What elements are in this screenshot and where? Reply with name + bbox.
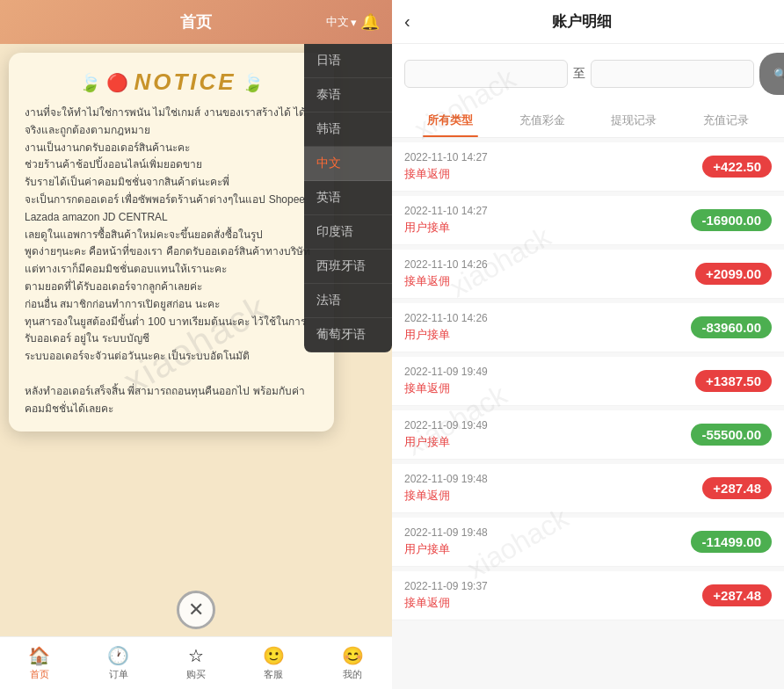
tx-left: 2022-11-09 19:48 接单返佣 bbox=[404, 473, 488, 504]
tx-type: 接单返佣 bbox=[404, 595, 488, 611]
transaction-row: 2022-11-10 14:26 用户接单 -83960.00 bbox=[392, 303, 784, 352]
lang-item-chinese[interactable]: 中文 bbox=[304, 147, 392, 181]
tx-amount: +422.50 bbox=[702, 156, 772, 178]
back-button[interactable]: ‹ bbox=[404, 11, 410, 32]
transaction-row: 2022-11-09 19:37 接单返佣 +287.48 bbox=[392, 571, 784, 620]
lang-arrow: ▾ bbox=[351, 16, 357, 29]
close-button[interactable]: ✕ bbox=[177, 591, 215, 629]
home-title: 首页 bbox=[180, 11, 212, 33]
notice-header: 🍃 🔴 NOTICE 🍃 bbox=[25, 69, 318, 96]
nav-home[interactable]: 🏠 首页 bbox=[28, 645, 50, 681]
service-nav-icon: 🙂 bbox=[263, 645, 285, 666]
nav-orders-label: 订单 bbox=[109, 668, 128, 681]
tab-recharge-bonus[interactable]: 充值彩金 bbox=[497, 104, 589, 137]
date-to-input[interactable] bbox=[591, 60, 754, 88]
tx-left: 2022-11-10 14:27 接单返佣 bbox=[404, 151, 488, 182]
lang-item-korean[interactable]: 韩语 bbox=[304, 112, 392, 147]
tx-left: 2022-11-10 14:27 用户接单 bbox=[404, 205, 488, 236]
tx-amount: +1387.50 bbox=[695, 370, 772, 392]
lang-item-thai[interactable]: 泰语 bbox=[304, 78, 392, 112]
left-panel: 首页 中文 ▾ 🔔 日语 泰语 韩语 中文 英语 印度语 西班牙语 法语 葡萄牙… bbox=[0, 0, 392, 689]
nav-profile[interactable]: 😊 我的 bbox=[342, 645, 364, 681]
transaction-list: 2022-11-10 14:27 接单返佣 +422.50 2022-11-10… bbox=[392, 138, 784, 689]
profile-nav-icon: 😊 bbox=[342, 645, 364, 666]
close-icon: ✕ bbox=[188, 598, 204, 621]
tx-type: 接单返佣 bbox=[404, 166, 488, 182]
notice-body: งานที่จะให้ทำไม่ใช่การพนัน ไม่ใช่เกมส์ ง… bbox=[25, 105, 318, 417]
tx-left: 2022-11-09 19:49 用户接单 bbox=[404, 419, 488, 450]
tx-amount: -11499.00 bbox=[691, 531, 772, 553]
transaction-row: 2022-11-09 19:48 接单返佣 +287.48 bbox=[392, 464, 784, 513]
lang-item-spanish[interactable]: 西班牙语 bbox=[304, 250, 392, 284]
bell-icon[interactable]: 🔔 bbox=[360, 12, 380, 32]
account-detail-title: 账户明细 bbox=[417, 11, 747, 32]
nav-service[interactable]: 🙂 客服 bbox=[263, 645, 285, 681]
tx-left: 2022-11-09 19:37 接单返佣 bbox=[404, 580, 488, 611]
tx-amount: -55500.00 bbox=[691, 424, 772, 446]
search-icon: 🔍 bbox=[773, 68, 784, 81]
tx-datetime: 2022-11-10 14:26 bbox=[404, 258, 488, 271]
nav-buy[interactable]: ☆ 购买 bbox=[186, 645, 206, 681]
tx-datetime: 2022-11-09 19:37 bbox=[404, 580, 488, 592]
lang-selector[interactable]: 中文 ▾ bbox=[326, 14, 357, 30]
search-button[interactable]: 🔍 搜索 bbox=[759, 53, 784, 95]
notice-card: 🍃 🔴 NOTICE 🍃 งานที่จะให้ทำไม่ใช่การพนัน … bbox=[9, 53, 334, 432]
transaction-row: 2022-11-10 14:27 用户接单 -16900.00 bbox=[392, 196, 784, 245]
notice-title: NOTICE bbox=[134, 69, 236, 96]
date-separator: 至 bbox=[573, 66, 585, 82]
tx-type: 接单返佣 bbox=[404, 273, 488, 289]
right-header: ‹ 账户明细 bbox=[392, 0, 784, 44]
tx-type: 用户接单 bbox=[404, 434, 488, 450]
nav-buy-label: 购买 bbox=[186, 668, 206, 681]
lang-item-hindi[interactable]: 印度语 bbox=[304, 215, 392, 250]
tx-datetime: 2022-11-10 14:26 bbox=[404, 312, 488, 324]
dot-left-icon: 🔴 bbox=[106, 72, 128, 93]
tab-withdraw[interactable]: 提现记录 bbox=[588, 104, 680, 137]
lang-item-portuguese[interactable]: 葡萄牙语 bbox=[304, 318, 392, 352]
tx-amount: +287.48 bbox=[702, 584, 772, 606]
nav-service-label: 客服 bbox=[264, 668, 283, 681]
tx-left: 2022-11-09 19:48 用户接单 bbox=[404, 526, 488, 557]
bottom-nav: 🏠 首页 🕐 订单 ☆ 购买 🙂 客服 😊 我的 bbox=[0, 636, 392, 689]
tabs: 所有类型 充值彩金 提现记录 充值记录 bbox=[392, 104, 784, 138]
tab-all-types[interactable]: 所有类型 bbox=[404, 104, 497, 137]
transaction-row: 2022-11-09 19:48 用户接单 -11499.00 bbox=[392, 518, 784, 567]
date-filter: 至 🔍 搜索 bbox=[392, 44, 784, 104]
nav-profile-label: 我的 bbox=[343, 668, 362, 681]
left-header: 首页 中文 ▾ 🔔 bbox=[0, 0, 392, 44]
lang-dropdown: 日语 泰语 韩语 中文 英语 印度语 西班牙语 法语 葡萄牙语 bbox=[304, 44, 392, 352]
transaction-row: 2022-11-10 14:27 接单返佣 +422.50 bbox=[392, 142, 784, 192]
buy-nav-icon: ☆ bbox=[188, 645, 204, 666]
tx-datetime: 2022-11-09 19:49 bbox=[404, 419, 488, 432]
tx-left: 2022-11-10 14:26 用户接单 bbox=[404, 312, 488, 343]
transaction-row: 2022-11-09 19:49 接单返佣 +1387.50 bbox=[392, 357, 784, 406]
orders-nav-icon: 🕐 bbox=[107, 645, 129, 666]
tx-datetime: 2022-11-10 14:27 bbox=[404, 151, 488, 163]
tx-amount: +287.48 bbox=[702, 477, 772, 499]
tx-type: 接单返佣 bbox=[404, 488, 488, 504]
tx-type: 用户接单 bbox=[404, 220, 488, 236]
date-from-input[interactable] bbox=[404, 60, 568, 88]
tx-left: 2022-11-09 19:49 接单返佣 bbox=[404, 366, 488, 396]
tx-datetime: 2022-11-09 19:49 bbox=[404, 366, 488, 378]
tx-amount: -16900.00 bbox=[691, 209, 772, 231]
leaf-left-icon: 🍃 bbox=[79, 72, 101, 93]
tx-type: 接单返佣 bbox=[404, 381, 488, 396]
tab-recharge[interactable]: 充值记录 bbox=[680, 104, 773, 137]
tx-type: 用户接单 bbox=[404, 541, 488, 557]
nav-orders[interactable]: 🕐 订单 bbox=[107, 645, 129, 681]
home-nav-icon: 🏠 bbox=[28, 645, 50, 666]
tx-left: 2022-11-10 14:26 接单返佣 bbox=[404, 258, 488, 289]
tx-datetime: 2022-11-09 19:48 bbox=[404, 473, 488, 485]
lang-item-english[interactable]: 英语 bbox=[304, 181, 392, 215]
lang-item-french[interactable]: 法语 bbox=[304, 284, 392, 318]
nav-home-label: 首页 bbox=[30, 668, 49, 681]
lang-item-japanese[interactable]: 日语 bbox=[304, 44, 392, 78]
tx-amount: -83960.00 bbox=[691, 316, 772, 338]
tx-datetime: 2022-11-09 19:48 bbox=[404, 526, 488, 539]
tx-amount: +2099.00 bbox=[695, 263, 772, 285]
lang-label: 中文 bbox=[326, 14, 349, 30]
tx-datetime: 2022-11-10 14:27 bbox=[404, 205, 488, 217]
tx-type: 用户接单 bbox=[404, 327, 488, 343]
dot-right-icon: 🍃 bbox=[242, 72, 264, 93]
